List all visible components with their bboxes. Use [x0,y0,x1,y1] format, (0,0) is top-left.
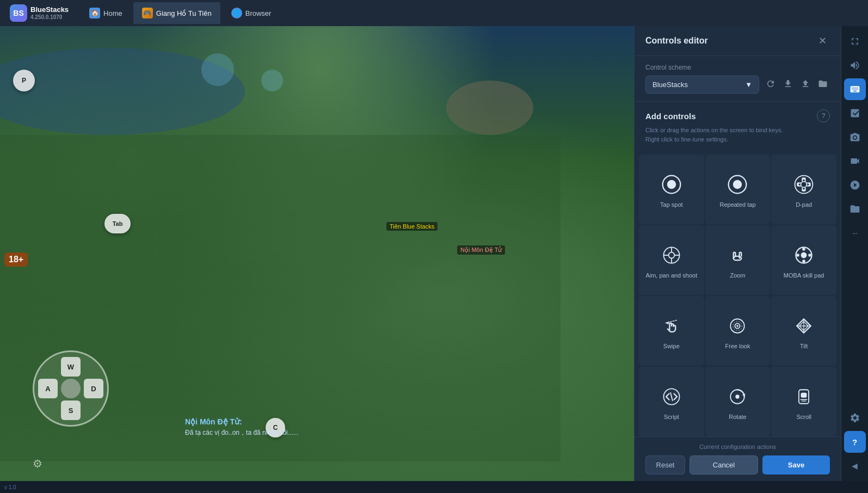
control-free-look[interactable]: Free look [705,296,771,366]
help-btn[interactable]: ? [844,431,866,453]
export-icon [801,79,810,89]
folder-btn[interactable] [844,198,866,220]
screenshot-btn[interactable] [844,126,866,148]
dpad-center [61,379,81,398]
script-icon [660,385,684,409]
tab-game[interactable]: 🎮 Giang Hồ Tu Tiên [133,2,220,24]
app-version: 4.250.0.1070 [30,14,69,20]
status-bar: v 1.0 [0,481,868,493]
app-name: BlueStacks [30,6,69,14]
tap-spot-label: Tap spot [660,201,683,208]
zoom-label: Zoom [730,272,745,279]
tab-home[interactable]: 🏠 Home [81,2,131,24]
cancel-button[interactable]: Cancel [690,455,758,474]
expand-btn[interactable] [844,30,866,52]
svg-point-24 [801,252,807,258]
controls-grid: Tap spot Repeated tap [635,155,841,436]
moba-skill-pad-label: MOBA skill pad [784,272,824,279]
panel-header: Controls editor ✕ [635,26,841,56]
tilt-icon [792,314,816,338]
game-overlay: P Tab C 18+ Tiên Blue Stacks Nội Môn Đệ … [0,26,634,481]
key-s: S [61,400,81,420]
svg-point-26 [802,260,805,262]
control-script[interactable]: Script [639,367,704,436]
control-rotate[interactable]: Rotate [705,367,771,436]
control-tap-spot[interactable]: Tap spot [639,155,704,224]
aim-pan-shoot-label: Aim, pan and shoot [645,272,697,279]
svg-line-36 [670,393,673,401]
svg-point-6 [667,180,676,189]
control-moba-skill-pad[interactable]: MOBA skill pad [771,225,836,295]
scheme-select-dropdown[interactable]: BlueStacks ▼ [645,76,759,94]
reset-button[interactable]: Reset [645,455,685,474]
back-btn[interactable]: ◀ [844,455,866,477]
key-p-badge: P [13,70,35,91]
tab-home-label: Home [103,9,122,17]
zoom-icon [725,243,749,267]
control-repeated-tap[interactable]: Repeated tap [705,155,771,224]
control-swipe[interactable]: Swipe [639,296,704,366]
config-actions-label: Current configuration actions [645,443,830,450]
dpad: W A D S [33,350,109,427]
control-dpad[interactable]: D-pad [771,155,836,224]
free-look-label: Free look [725,342,750,350]
key-mapping-btn[interactable] [844,78,866,100]
close-button[interactable]: ✕ [815,34,830,48]
settings-btn[interactable] [844,407,866,429]
key-d: D [84,379,103,398]
app-logo: BS BlueStacks 4.250.0.1070 [4,2,74,24]
game-viewport[interactable]: P Tab C 18+ Tiên Blue Stacks Nội Môn Đệ … [0,26,634,481]
key-tab-badge: Tab [104,214,131,233]
game-chat: Nội Môn Đệ Tử: Đã tạ các vị đo..on，ta đã… [185,417,299,437]
scheme-folder-btn[interactable] [816,77,830,93]
free-look-icon [725,314,749,338]
save-button[interactable]: Save [762,455,830,474]
rotate-label: Rotate [729,413,746,421]
footer-buttons: Reset Cancel Save [645,455,830,474]
panel-title: Controls editor [645,36,708,46]
controls-editor-panel: Controls editor ✕ Control scheme BlueSta… [634,26,841,481]
tab-game-label: Giang Hồ Tu Tiên [156,9,212,17]
scheme-label: Control scheme [645,64,830,71]
add-controls-title: Add controls [645,112,696,121]
add-controls-header: Add controls ? [645,109,830,122]
record-btn[interactable] [844,150,866,172]
add-controls-help-btn[interactable]: ? [817,109,830,122]
install-apk-btn[interactable] [844,174,866,196]
tab-browser[interactable]: 🌐 Browser [223,2,280,24]
refresh-icon [766,79,775,89]
scheme-import-btn[interactable] [781,77,795,93]
control-scheme-section: Control scheme BlueStacks ▼ [635,56,841,102]
scheme-refresh-btn[interactable] [764,77,778,93]
control-tilt[interactable]: Tilt [771,296,836,366]
scheme-row: BlueStacks ▼ [645,76,830,94]
volume-btn[interactable] [844,54,866,76]
swipe-label: Swipe [663,342,680,350]
svg-point-28 [808,254,811,256]
add-controls-section: Add controls ? Click or drag the actions… [635,102,841,155]
more-btn[interactable]: ··· [844,222,866,244]
panel-footer: Current configuration actions Reset Canc… [635,436,841,481]
macro-btn[interactable] [844,102,866,124]
repeated-tap-label: Repeated tap [719,201,755,208]
dpad-icon [792,172,816,196]
char-tag-2: Nội Môn Đệ Tử [457,245,505,255]
far-right-sidebar: ··· ? ◀ [841,26,868,481]
scroll-label: Scroll [796,413,811,421]
svg-point-31 [737,325,739,327]
aim-pan-shoot-icon [660,243,684,267]
gear-icon-game[interactable]: ⚙ [33,457,42,470]
main-area: P Tab C 18+ Tiên Blue Stacks Nội Môn Đệ … [0,26,868,481]
control-aim-pan-shoot[interactable]: Aim, pan and shoot [639,225,704,295]
scheme-export-btn[interactable] [798,77,812,93]
control-scroll[interactable]: Scroll [771,367,836,436]
char-tag-1: Tiên Blue Stacks [386,222,438,231]
folder-icon [818,79,828,89]
control-zoom[interactable]: Zoom [705,225,771,295]
rotate-icon [725,385,749,409]
svg-point-38 [736,395,740,398]
dpad-label: D-pad [796,201,812,208]
import-icon [783,79,793,89]
game-icon: 🎮 [142,8,153,19]
svg-point-12 [802,182,807,187]
